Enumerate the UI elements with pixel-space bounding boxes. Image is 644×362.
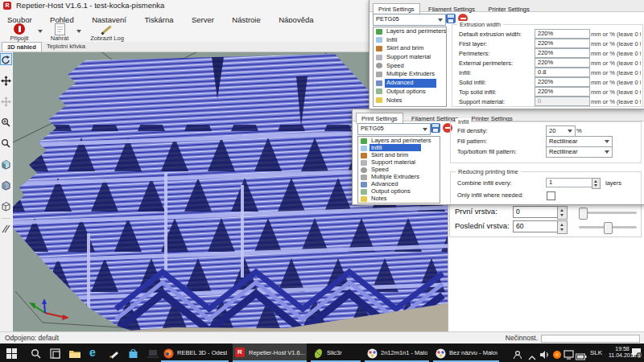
cat-skirt[interactable]: Skirt and brim [374, 44, 446, 53]
preset-combo[interactable]: PETG05 [357, 123, 431, 135]
cat-speed[interactable]: Speed [358, 166, 440, 173]
cat-support[interactable]: Support material [374, 53, 446, 62]
row-input[interactable]: 220% [535, 29, 590, 39]
slic3r-icon [313, 348, 324, 358]
row-input[interactable]: 220% [535, 77, 590, 87]
fill-density-suffix: % [576, 127, 582, 134]
slic3r-window-infill: Print Settings Filament Settings Printer… [352, 109, 644, 205]
last-layer-input[interactable]: 60 [513, 220, 559, 232]
preset-combo[interactable]: PETG05 [373, 14, 446, 26]
battery-icon[interactable] [576, 349, 586, 360]
cat-notes[interactable]: Notes [374, 97, 446, 105]
cat-output[interactable]: Output options [358, 187, 440, 195]
first-layer-input[interactable]: 0 [513, 206, 559, 218]
zoom-out-icon[interactable] [1, 138, 11, 148]
cat-layers[interactable]: Layers and perimeters [374, 27, 446, 36]
tray-expand-icon[interactable] [528, 350, 539, 360]
row-input[interactable]: 220% [535, 87, 590, 97]
move-viewpoint-icon[interactable] [1, 96, 11, 106]
fill-pattern-label: Fill pattern: [457, 138, 487, 145]
cat-extruders[interactable]: Multiple Extruders [374, 70, 446, 79]
top-bottom-pattern-combo[interactable]: Rectilinear [546, 146, 613, 158]
combine-infill-spinner[interactable] [592, 178, 601, 189]
load-dropdown-icon[interactable] [76, 30, 81, 33]
taskbar-button-repetier[interactable]: R Repetier-Host V1.6... [233, 343, 307, 362]
save-preset-icon[interactable] [446, 14, 456, 23]
row-input[interactable]: 220% [535, 48, 590, 58]
task-view-icon[interactable] [50, 348, 60, 358]
last-layer-slider[interactable] [579, 226, 637, 228]
show-log-button[interactable]: Zobrazit Log [84, 23, 130, 42]
display-icon[interactable] [564, 348, 574, 359]
row-hint: mm or % (leave 0 for default) [591, 98, 641, 105]
last-layer-slider-handle[interactable] [604, 222, 613, 234]
row-label: Top solid infill: [459, 88, 497, 96]
dark-app-icon[interactable] [147, 348, 158, 358]
people-icon[interactable] [513, 348, 523, 359]
cat-layers[interactable]: Layers and perimeters [358, 137, 440, 144]
tab-temperature-curve[interactable]: Teplotní křivka [42, 42, 90, 51]
tab-print-settings[interactable]: Print Settings [356, 113, 403, 124]
progress-bar [541, 335, 640, 343]
isometric-view-icon[interactable] [1, 158, 11, 169]
row-input[interactable]: 0.8 [535, 68, 590, 77]
cat-support[interactable]: Support material [358, 158, 440, 166]
cat-advanced[interactable]: Advanced [374, 79, 446, 88]
screen: R Repetier-Host V1.6.1 - test-kocka-pism… [0, 0, 644, 362]
cat-advanced[interactable]: Advanced [358, 180, 440, 187]
layers-icon [376, 29, 382, 35]
row-input[interactable]: 220% [535, 58, 590, 68]
only-infill-checkbox[interactable] [547, 191, 555, 200]
tab-3d-preview[interactable]: 3D náhled [2, 42, 42, 51]
cat-infill[interactable]: Infill [358, 144, 440, 151]
edge-icon[interactable]: e [89, 348, 100, 358]
fill-density-combo[interactable]: 20 [546, 125, 576, 137]
first-layer-slider[interactable] [579, 212, 637, 214]
slic3r-tabbar: Print Settings Filament Settings Printer… [369, 0, 644, 12]
taskbar-button-paint-1[interactable]: 2n12m1n1 - Malov... [365, 343, 429, 362]
cat-skirt[interactable]: Skirt and brim [358, 151, 440, 158]
app-icon: R [3, 2, 11, 10]
combine-infill-input[interactable]: 1 [546, 178, 595, 187]
tab-print-settings[interactable]: Print Settings [373, 3, 420, 14]
cat-speed[interactable]: Speed [374, 62, 446, 71]
log-pencil-icon [101, 24, 113, 35]
file-explorer-icon[interactable] [69, 348, 80, 358]
wireframe-view-icon[interactable] [1, 200, 11, 211]
action-center-icon[interactable]: 1 [631, 348, 642, 358]
cross-section-icon[interactable] [1, 223, 11, 233]
layer-range-box: První vrstva: 0 Poslední vrstva: 60 [449, 203, 642, 237]
connect-button[interactable]: Připojit [3, 23, 35, 42]
save-preset-icon[interactable] [431, 123, 440, 133]
cat-notes[interactable]: Notes [358, 195, 440, 202]
language-indicator[interactable]: SLK [590, 349, 602, 356]
row-input[interactable]: 220% [535, 39, 590, 48]
zoom-in-icon[interactable] [1, 117, 11, 127]
rotate-view-icon[interactable] [1, 54, 11, 64]
start-button[interactable] [6, 348, 17, 358]
search-icon[interactable] [31, 348, 41, 358]
slic3r-window-advanced: Print Settings Filament Settings Printer… [369, 0, 644, 109]
taskbar-button-slic3r[interactable]: Slic3r [311, 343, 361, 362]
volume-icon[interactable] [539, 348, 550, 359]
fill-pattern-combo[interactable]: Rectilinear [546, 136, 613, 147]
first-layer-slider-handle[interactable] [579, 208, 588, 220]
move-object-icon[interactable] [1, 75, 11, 85]
category-list: Layers and perimeters Infill Skirt and b… [357, 136, 440, 204]
load-button[interactable]: Nahrát [45, 23, 74, 42]
category-list: Layers and perimeters Infill Skirt and b… [373, 27, 447, 107]
store-icon[interactable] [128, 348, 138, 358]
connect-dropdown-icon[interactable] [38, 30, 43, 33]
antivirus-icon[interactable] [552, 348, 563, 359]
cat-extruders[interactable]: Multiple Extruders [358, 173, 440, 180]
last-layer-spinner[interactable] [557, 220, 568, 234]
cat-output[interactable]: Output options [374, 88, 446, 97]
taskbar-button-firefox[interactable]: REBEL 3D - Odeslat.. [161, 343, 229, 362]
taskbar-button-paint-2[interactable]: Bez názvu - Malová... [433, 343, 499, 362]
solid-view-icon[interactable] [1, 179, 11, 190]
cat-infill[interactable]: Infill [374, 36, 446, 45]
tab-printer-settings[interactable]: Printer Settings [483, 4, 534, 14]
connection-status: Odpojeno: default [5, 334, 59, 342]
draw-app-icon[interactable] [109, 348, 119, 358]
first-layer-spinner[interactable] [557, 206, 568, 220]
